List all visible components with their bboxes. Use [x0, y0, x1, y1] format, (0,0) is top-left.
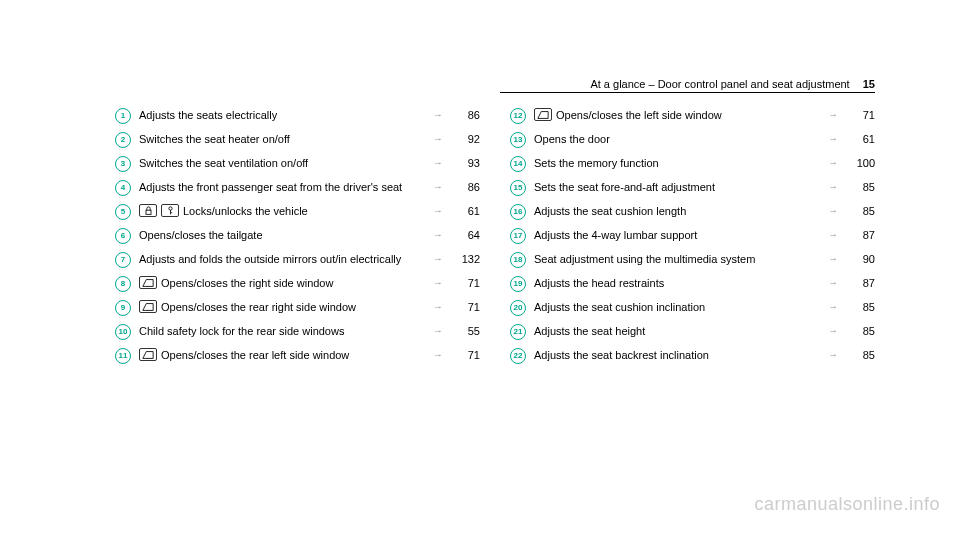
page-ref-arrow-icon: → — [823, 300, 843, 314]
right-column: 12Opens/closes the left side window→7113… — [510, 104, 875, 368]
page-ref-arrow-icon: → — [428, 348, 448, 362]
page-ref-number: 100 — [843, 156, 875, 171]
item-number-badge: 11 — [115, 348, 131, 364]
header-pagenum: 15 — [863, 78, 875, 90]
list-item: 19Adjusts the head restraints→87 — [510, 272, 875, 296]
list-item: 9Opens/closes the rear right side window… — [115, 296, 480, 320]
item-number-badge: 6 — [115, 228, 131, 244]
page-ref-number: 87 — [843, 276, 875, 291]
list-item: 16Adjusts the seat cushion length→85 — [510, 200, 875, 224]
list-item: 15Sets the seat fore-and-aft adjustment→… — [510, 176, 875, 200]
page-ref-number: 92 — [448, 132, 480, 147]
page-ref-number: 61 — [843, 132, 875, 147]
list-item: 12Opens/closes the left side window→71 — [510, 104, 875, 128]
item-text: Adjusts the head restraints — [534, 276, 664, 291]
item-description: Adjusts the seats electrically — [131, 108, 428, 123]
item-text: Switches the seat ventilation on/off — [139, 156, 308, 171]
window-icon — [139, 300, 157, 313]
list-item: 20Adjusts the seat cushion inclination→8… — [510, 296, 875, 320]
page-ref-number: 90 — [843, 252, 875, 267]
item-description: Seat adjustment using the multimedia sys… — [526, 252, 823, 267]
item-description: Sets the seat fore-and-aft adjustment — [526, 180, 823, 195]
item-text: Sets the memory function — [534, 156, 659, 171]
watermark: carmanualsonline.info — [754, 494, 940, 515]
item-number-badge: 15 — [510, 180, 526, 196]
item-number-badge: 21 — [510, 324, 526, 340]
page-ref-arrow-icon: → — [823, 252, 843, 266]
list-item: 4Adjusts the front passenger seat from t… — [115, 176, 480, 200]
item-description: Adjusts the head restraints — [526, 276, 823, 291]
page-ref-number: 85 — [843, 180, 875, 195]
page-ref-number: 71 — [448, 276, 480, 291]
list-item: 17Adjusts the 4-way lumbar support→87 — [510, 224, 875, 248]
item-number-badge: 20 — [510, 300, 526, 316]
item-description: Opens/closes the rear right side window — [131, 300, 428, 315]
list-item: 5Locks/unlocks the vehicle→61 — [115, 200, 480, 224]
list-item: 2Switches the seat heater on/off→92 — [115, 128, 480, 152]
item-text: Opens/closes the rear left side window — [161, 348, 349, 363]
item-description: Opens/closes the left side window — [526, 108, 823, 123]
item-text: Child safety lock for the rear side wind… — [139, 324, 344, 339]
item-text: Adjusts the seat backrest inclination — [534, 348, 709, 363]
item-description: Adjusts the seat cushion length — [526, 204, 823, 219]
content-columns: 1Adjusts the seats electrically→862Switc… — [115, 104, 875, 368]
svg-point-1 — [168, 206, 171, 209]
item-description: Opens/closes the tailgate — [131, 228, 428, 243]
list-item: 10Child safety lock for the rear side wi… — [115, 320, 480, 344]
page-ref-number: 71 — [448, 348, 480, 363]
page-ref-arrow-icon: → — [428, 228, 448, 242]
item-text: Adjusts the seats electrically — [139, 108, 277, 123]
item-description: Adjusts the seat height — [526, 324, 823, 339]
list-item: 21Adjusts the seat height→85 — [510, 320, 875, 344]
page-ref-arrow-icon: → — [823, 228, 843, 242]
item-description: Opens/closes the rear left side window — [131, 348, 428, 363]
item-text: Locks/unlocks the vehicle — [183, 204, 308, 219]
item-description: Switches the seat ventilation on/off — [131, 156, 428, 171]
page-ref-number: 85 — [843, 348, 875, 363]
item-text: Adjusts the front passenger seat from th… — [139, 180, 402, 195]
header-divider — [500, 92, 875, 93]
list-item: 3Switches the seat ventilation on/off→93 — [115, 152, 480, 176]
item-text: Opens the door — [534, 132, 610, 147]
list-item: 18Seat adjustment using the multimedia s… — [510, 248, 875, 272]
item-number-badge: 13 — [510, 132, 526, 148]
page-ref-number: 86 — [448, 180, 480, 195]
item-number-badge: 2 — [115, 132, 131, 148]
list-item: 6Opens/closes the tailgate→64 — [115, 224, 480, 248]
item-text: Adjusts the seat cushion inclination — [534, 300, 705, 315]
item-description: Adjusts the front passenger seat from th… — [131, 180, 428, 195]
item-number-badge: 5 — [115, 204, 131, 220]
item-description: Opens the door — [526, 132, 823, 147]
item-number-badge: 16 — [510, 204, 526, 220]
window-icon — [534, 108, 552, 121]
window-icon — [139, 276, 157, 289]
list-item: 11Opens/closes the rear left side window… — [115, 344, 480, 368]
list-item: 8Opens/closes the right side window→71 — [115, 272, 480, 296]
item-number-badge: 7 — [115, 252, 131, 268]
page-ref-number: 71 — [448, 300, 480, 315]
page-ref-arrow-icon: → — [428, 252, 448, 266]
page-ref-arrow-icon: → — [428, 180, 448, 194]
item-description: Adjusts the seat backrest inclination — [526, 348, 823, 363]
page-ref-arrow-icon: → — [428, 204, 448, 218]
item-description: Sets the memory function — [526, 156, 823, 171]
page-ref-arrow-icon: → — [428, 276, 448, 290]
item-text: Seat adjustment using the multimedia sys… — [534, 252, 755, 267]
page-ref-number: 71 — [843, 108, 875, 123]
page-ref-number: 64 — [448, 228, 480, 243]
page-ref-number: 86 — [448, 108, 480, 123]
item-text: Switches the seat heater on/off — [139, 132, 290, 147]
item-number-badge: 8 — [115, 276, 131, 292]
list-item: 7Adjusts and folds the outside mirrors o… — [115, 248, 480, 272]
page-ref-number: 93 — [448, 156, 480, 171]
left-column: 1Adjusts the seats electrically→862Switc… — [115, 104, 480, 368]
item-number-badge: 14 — [510, 156, 526, 172]
item-description: Adjusts the seat cushion inclination — [526, 300, 823, 315]
item-description: Child safety lock for the rear side wind… — [131, 324, 428, 339]
item-description: Switches the seat heater on/off — [131, 132, 428, 147]
item-text: Adjusts and folds the outside mirrors ou… — [139, 252, 401, 267]
page-ref-arrow-icon: → — [428, 324, 448, 338]
page-ref-number: 87 — [843, 228, 875, 243]
item-number-badge: 19 — [510, 276, 526, 292]
window-icon — [139, 348, 157, 361]
